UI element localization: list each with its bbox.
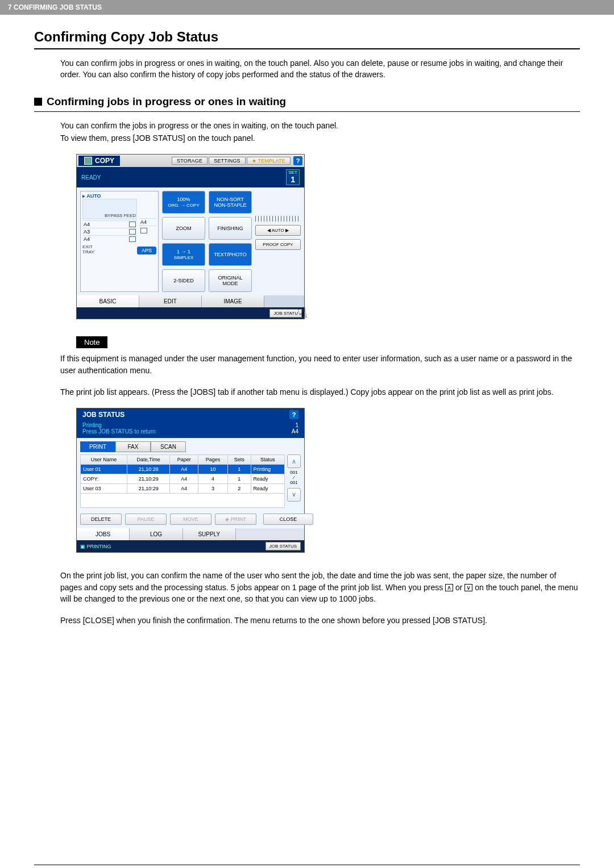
chapter-header: 7 CONFIRMING JOB STATUS [0,0,614,15]
tray-icon [129,236,136,242]
note-text: If this equipment is managed under the u… [60,353,580,376]
section-rule [34,111,580,112]
job-table: User Name Date,Time Paper Pages Sets Sta… [80,454,285,508]
ready-status: READY [81,174,101,181]
return-hint: Press JOB STATUS to return [82,428,156,435]
copy-title: COPY [78,156,120,166]
move-button[interactable]: MOVE [170,514,211,525]
tab-log[interactable]: LOG [130,528,182,540]
tab-edit[interactable]: EDIT [139,295,202,307]
col-pages: Pages [198,455,228,465]
auto-paper-label: ▸ AUTO [82,193,156,199]
job-paper: A4 [292,428,298,435]
col-date: Date,Time [127,455,169,465]
tab-jobs[interactable]: JOBS [77,528,130,540]
tab-basic[interactable]: BASIC [77,295,139,307]
note-badge: Note [76,336,107,348]
paper-row[interactable] [139,226,156,235]
settings-button[interactable]: SETTINGS [209,157,246,165]
exit-tray-label: EXIT TRAY [82,244,103,254]
after-text-2: Press [CLOSE] when you finish the confir… [60,615,580,626]
col-status: Status [251,455,284,465]
copy-icon [84,157,92,165]
storage-button[interactable]: STORAGE [172,157,208,165]
pause-button[interactable]: PAUSE [125,514,167,525]
section-text-2: To view them, press [JOB STATUS] on the … [60,132,580,144]
print-button[interactable]: ◈ PRINT [215,514,256,525]
intro-text: You can confirm jobs in progress or ones… [60,57,580,81]
job-status-title: JOB STATUS [82,411,125,419]
scroll-down-button[interactable]: ∨ [287,488,301,502]
nonsort-button[interactable]: NON-SORT NON-STAPLE [209,191,252,214]
square-bullet-icon [34,98,42,106]
help-icon[interactable]: ? [289,410,298,419]
bypass-label: BYPASS FEED [105,213,136,218]
page-title: Confirming Copy Job Status [34,29,580,45]
footer-job-status-button[interactable]: JOB STATUS [265,542,301,550]
finishing-button[interactable]: FINISHING [209,217,252,240]
paper-source-panel: ▸ AUTO BYPASS FEED A4 A3 A4 A4 [80,191,159,292]
down-arrow-icon: ∨ [464,584,472,591]
tab-fax[interactable]: FAX [115,441,151,452]
page-indicator: 001⁄001 [287,470,301,485]
hand-cursor-icon: ☟ [296,304,309,323]
simplex-button[interactable]: 1 → 1 SIMPLEX [162,243,205,266]
tab-print[interactable]: PRINT [80,441,115,452]
table-row[interactable]: COPY:21,10:29A441Ready [81,474,285,484]
section-heading: Confirming jobs in progress or ones in w… [34,95,580,108]
close-button[interactable]: CLOSE [263,514,313,525]
original-mode-button[interactable]: ORIGINAL MODE [209,269,252,292]
zoom-ratio-button[interactable]: 100% ORG. → COPY [162,191,205,214]
textphoto-button[interactable]: TEXT/PHOTO [209,243,252,266]
tab-image[interactable]: IMAGE [202,295,264,307]
set-count: SET 1 [286,169,300,185]
paper-row[interactable]: A3 [82,228,137,235]
printing-label: Printing [82,422,102,428]
paper-row[interactable]: A4 [82,220,137,228]
tray-icon [129,222,136,227]
joblist-intro: The print job list appears. (Press the [… [60,386,580,398]
title-rule [34,48,580,49]
job-status-screenshot: JOB STATUS ? Printing Press JOB STATUS t… [76,408,305,553]
paper-row[interactable]: A4 [82,235,137,243]
two-sided-button[interactable]: 2-SIDED [162,269,205,292]
scroll-up-button[interactable]: ∧ [287,454,301,468]
proof-copy-button[interactable]: PROOF COPY [255,239,301,250]
template-button[interactable]: ★ TEMPLATE [247,157,291,165]
table-row[interactable]: User 0321,10:29A432Ready [81,484,285,494]
table-row[interactable]: User 0121,10:28A4101Printing [81,465,285,474]
aps-button[interactable]: APS [137,247,156,254]
tray-icon [129,229,136,235]
paper-row[interactable]: A4 [139,218,156,226]
after-text-1: On the print job list, you can confirm t… [60,570,580,604]
tab-scan[interactable]: SCAN [151,441,186,452]
col-sets: Sets [227,455,251,465]
col-user: User Name [81,455,127,465]
job-count: 1 [295,422,298,428]
page-footer: 158 Confirming Copy Job Status [34,865,580,868]
copy-screen-screenshot: COPY STORAGE SETTINGS ★ TEMPLATE ? READY… [76,154,305,319]
section-text-1: You can confirm the jobs in progress or … [60,120,580,131]
col-paper: Paper [170,455,198,465]
up-arrow-icon: ∧ [445,584,453,591]
footer-printing-status: ▣ PRINTING [80,544,111,549]
tray-icon [140,228,147,233]
zoom-button[interactable]: ZOOM [162,217,205,240]
exposure-ruler [255,216,301,222]
help-icon[interactable]: ? [293,156,302,165]
delete-button[interactable]: DELETE [80,514,122,525]
tab-supply[interactable]: SUPPLY [183,528,236,540]
auto-exposure-button[interactable]: ◀ AUTO ▶ [255,225,301,236]
section-heading-text: Confirming jobs in progress or ones in w… [47,95,286,107]
